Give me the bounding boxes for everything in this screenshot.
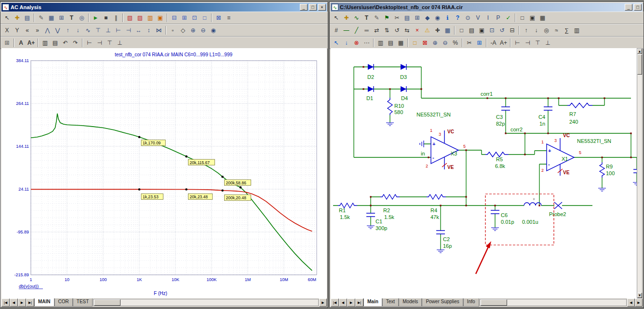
diode-d4[interactable]: D4 <box>401 86 408 101</box>
tab-models[interactable]: Models <box>399 298 422 307</box>
border-icon[interactable]: ▣ <box>527 13 537 23</box>
copy-icon[interactable]: ▥ <box>40 38 50 48</box>
align-bottom-icon[interactable]: ⊥ <box>543 38 553 48</box>
region-select-icon[interactable]: ⊡ <box>487 26 497 35</box>
schematic-titlebar[interactable]: ∿ C:\Users\user\Desktop\test_nfb_cor 074… <box>331 3 643 12</box>
tab-nav-next-button[interactable]: ▶ <box>347 298 355 307</box>
align-right-icon[interactable]: ⊣ <box>523 38 533 48</box>
low-icon[interactable]: ↓ <box>73 26 83 35</box>
scroll-up-button[interactable]: ▲ <box>637 49 642 54</box>
axes-properties-icon[interactable]: ⊞ <box>56 13 67 23</box>
pan-icon[interactable]: ✚ <box>341 13 351 23</box>
schematic-canvas[interactable]: D2 D3 D1 D4 + - X3 <box>331 48 637 298</box>
save-icon[interactable]: ▣ <box>477 26 487 35</box>
schematic-hscroll-thumb[interactable] <box>481 299 507 306</box>
text-tool-icon[interactable]: T <box>362 13 372 23</box>
title-block-icon[interactable]: ▦ <box>537 13 548 23</box>
refresh-icon[interactable]: ↺ <box>497 26 507 35</box>
crosshair-icon[interactable]: ✚ <box>432 26 443 35</box>
zoom-in-icon[interactable]: ⊕ <box>188 26 198 35</box>
plot-legend[interactable]: db(v(out)) <box>19 283 39 289</box>
arrows-icon[interactable]: ⇄ <box>372 26 382 35</box>
cascade-icon[interactable]: ⊡ <box>189 13 200 23</box>
node-numbers-icon[interactable]: ⊙ <box>463 13 473 23</box>
minimize-button[interactable]: _ <box>625 4 632 11</box>
zoom-area-icon[interactable]: ▫ <box>168 26 178 35</box>
tab-nav-last-button[interactable]: ▶| <box>26 298 34 307</box>
tab-main[interactable]: Main <box>363 298 382 307</box>
find-part-icon[interactable]: ◉ <box>432 13 443 23</box>
copy-icon[interactable]: ▥ <box>376 38 386 48</box>
inflection-icon[interactable]: ∿ <box>83 26 93 35</box>
horizontal-tag-icon[interactable]: ↔ <box>134 26 144 35</box>
schematic-scroll-right-button[interactable]: ▶ <box>635 298 643 307</box>
magnifier-icon[interactable]: ◉ <box>208 26 218 35</box>
select-cursor-icon[interactable]: ↖ <box>331 13 341 23</box>
tab-nav-previous-button[interactable]: ◀ <box>339 298 347 307</box>
diode-d3[interactable]: D3 <box>400 64 407 80</box>
plot-hscroll-thumb[interactable] <box>94 299 121 306</box>
warning-icon[interactable]: ⚠ <box>422 26 432 35</box>
find-icon[interactable]: ◎ <box>541 26 551 35</box>
peak-icon[interactable]: ⋀ <box>42 26 53 35</box>
minimize-button[interactable]: _ <box>300 4 308 11</box>
tag-tool-icon[interactable]: ◎ <box>77 13 87 23</box>
pages-icon[interactable]: ▤ <box>402 13 412 23</box>
align-bottom-icon[interactable]: ⊥ <box>115 38 125 48</box>
tag-left-icon[interactable]: ⊢ <box>113 26 123 35</box>
info-icon[interactable]: ℹ <box>443 13 453 23</box>
attribute-text-icon[interactable]: # <box>331 26 341 35</box>
valley-icon[interactable]: ⋁ <box>53 26 63 35</box>
calculator-icon[interactable]: ∑ <box>562 26 572 35</box>
rotate-icon[interactable]: ↺ <box>392 26 402 35</box>
tab-main[interactable]: MAIN <box>34 298 54 307</box>
node-voltages-icon[interactable]: V <box>473 13 483 23</box>
ac-analysis-plot[interactable]: test_nfb_cor 074 RIAA.cir MAIN C6=0...99… <box>1 48 327 298</box>
tab-info[interactable]: Info <box>463 298 479 307</box>
opamp-x1[interactable]: + - X1 VC VE 1 3 2 5 <box>541 133 581 175</box>
font-shrink-icon[interactable]: -A <box>488 38 498 48</box>
opamp-x3[interactable]: + - X3 VC VE 1 3 2 5 <box>426 128 466 170</box>
navigate-down-icon[interactable]: ↓ <box>531 26 541 35</box>
pan-icon[interactable]: ✚ <box>12 13 22 23</box>
paste-icon[interactable]: ▤ <box>50 38 60 48</box>
prev-simulation-icon[interactable]: « <box>22 26 32 35</box>
close-button[interactable]: × <box>318 4 326 11</box>
flip-icon[interactable]: ⇆ <box>402 26 412 35</box>
zoom-out-icon[interactable]: ⊖ <box>198 26 208 35</box>
data-points-icon[interactable]: ≡ <box>224 13 234 23</box>
select-cursor-icon[interactable]: ↖ <box>2 13 12 23</box>
schematic-vscroll-thumb[interactable] <box>637 54 642 75</box>
analysis-limits-icon[interactable]: ▧ <box>125 13 135 23</box>
navigate-up-icon[interactable]: ↑ <box>521 26 531 35</box>
tab-nav-next-button[interactable]: ▶ <box>18 298 26 307</box>
drop-marker-icon[interactable]: ↓ <box>341 38 351 48</box>
more-icon[interactable]: ⋯ <box>362 38 372 48</box>
wire-icon[interactable]: — <box>341 26 351 35</box>
cursor-mode-icon[interactable]: ⋈ <box>154 26 164 35</box>
font-grow-icon[interactable]: A+ <box>498 38 509 48</box>
maximize-button[interactable]: □ <box>634 4 642 11</box>
tile-horizontal-icon[interactable]: ⊟ <box>169 13 179 23</box>
tab-nav-first-button[interactable]: |◀ <box>1 298 10 307</box>
help-icon[interactable]: ? <box>453 13 463 23</box>
zoom-percent-icon[interactable]: % <box>450 38 460 48</box>
component-symbols[interactable] <box>338 64 637 234</box>
zoom-in-icon[interactable]: ⊕ <box>430 38 440 48</box>
tab-text[interactable]: Text <box>382 298 399 307</box>
sheet-icon[interactable]: □ <box>517 13 527 23</box>
text-tool-icon[interactable]: T <box>67 13 77 23</box>
diode-d1[interactable]: D1 <box>366 86 374 101</box>
tab-power-supplies[interactable]: Power Supplies <box>422 298 463 307</box>
wire-mode-icon[interactable]: ∿ <box>351 13 362 23</box>
new-icon[interactable]: □ <box>456 26 467 35</box>
schematic-vertical-scrollbar[interactable]: ▲ ▼ <box>637 48 643 298</box>
align-left-icon[interactable]: ⊢ <box>512 38 523 48</box>
plot-horizontal-scrollbar[interactable] <box>93 299 319 306</box>
grid-toggle-icon[interactable]: ⊞ <box>2 38 12 48</box>
stop-icon[interactable]: ■ <box>101 13 111 23</box>
diode-d2[interactable]: D2 <box>367 64 374 80</box>
pane-grid-icon[interactable]: ⊞ <box>474 38 484 48</box>
plot-scroll-right-button[interactable]: ▶ <box>319 298 327 307</box>
zoom-out-icon[interactable]: ⊖ <box>440 38 450 48</box>
